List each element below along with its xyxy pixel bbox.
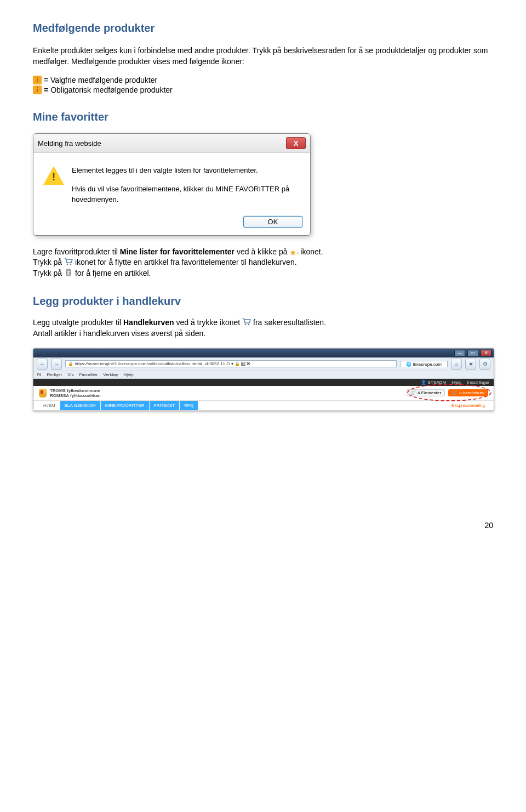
info-icon: i xyxy=(33,76,42,84)
tab-hjem[interactable]: HJEM xyxy=(39,401,60,410)
svg-point-0 xyxy=(67,264,68,265)
address-bar-row: ← → 🔒 https://searchengine3.ibxeurope.co… xyxy=(33,357,494,371)
dialog-message: Elementet legges til i den valgte listen… xyxy=(72,165,300,205)
cart-icon xyxy=(64,257,73,265)
txt: fra søkeresultatlisten. xyxy=(253,318,326,327)
oblig-eq: = xyxy=(44,86,48,94)
globe-icon: 🌐 xyxy=(406,362,411,367)
app-topbar: 👤 SYSADM Hjelp Innstillinger xyxy=(33,379,494,386)
trash-icon xyxy=(64,268,73,276)
intro-paragraph: Enkelte produkter selges kun i forbindel… xyxy=(33,46,493,67)
shield-icon xyxy=(39,389,47,398)
txt: Trykk på xyxy=(33,269,64,277)
org-name-1: TROMS fylkeskommune xyxy=(50,388,101,393)
bold-handlekurven: Handlekurven xyxy=(123,318,174,327)
top-link-hjelp[interactable]: Hjelp xyxy=(451,380,461,385)
txt: Legg utvalgte produkter til xyxy=(33,318,123,327)
url-text: https://searchengine3.ibxeurope.com/call… xyxy=(75,361,225,366)
window-maximize-button[interactable]: ▭ xyxy=(467,350,478,356)
star-plus-icon: ★ xyxy=(289,247,298,254)
txt: Lagre favorittprodukter til xyxy=(33,247,120,256)
svg-point-3 xyxy=(248,324,250,326)
ok-button[interactable]: OK xyxy=(243,216,302,228)
org-block: TROMS fylkeskommune ROMSSA fylkkasuohkan xyxy=(39,388,101,398)
svg-point-1 xyxy=(70,264,72,265)
tab-label: ibxeurope.com xyxy=(413,362,442,367)
bold-mine-lister: Mine lister for favorittelementer xyxy=(120,247,235,256)
txt: ikonet for å flytte en artikkel fra favo… xyxy=(75,258,297,266)
icon-def-obligatorisk: i = Obligatorisk medfølgende produkter xyxy=(33,86,493,94)
tools-button[interactable]: ⚙ xyxy=(479,359,490,370)
window-titlebar: — ▭ ✕ xyxy=(33,349,494,357)
dialog-msg-1: Elementet legges til i den valgte listen… xyxy=(72,165,300,176)
window-close-button[interactable]: ✕ xyxy=(481,350,491,356)
url-field[interactable]: 🔒 https://searchengine3.ibxeurope.com/ca… xyxy=(65,360,397,367)
fav-instructions: Lagre favorittprodukter til Mine lister … xyxy=(33,247,493,279)
browser-tab[interactable]: 🌐 ibxeurope.com xyxy=(400,361,448,367)
lock-icon: 🔒 xyxy=(68,361,73,366)
icon-def-valgfrie: i = Valgfrie medfølgende produkter xyxy=(33,76,493,84)
user-label: SYSADM xyxy=(428,380,447,385)
txt: ved å klikke på xyxy=(237,247,290,256)
cart-icon: 🛒 xyxy=(452,390,458,395)
dialog-body: Elementet legges til i den valgte listen… xyxy=(33,153,310,211)
app-header: TROMS fylkeskommune ROMSSA fylkkasuohkan… xyxy=(33,386,494,400)
org-name-2: ROMSSA fylkkasuohkan xyxy=(50,393,101,398)
tab-bla-gjennom[interactable]: BLA GJENNOM xyxy=(60,401,101,410)
cart-open-button[interactable]: 🛒 n handlekurv xyxy=(448,389,488,396)
home-button[interactable]: ⌂ xyxy=(451,359,462,370)
dialog-msg-2: Hvis du vil vise favorittelementene, kli… xyxy=(72,184,300,205)
menu-favoritter[interactable]: Favoritter xyxy=(79,372,98,377)
cart-icon xyxy=(242,317,251,325)
message-dialog: Melding fra webside X Elementet legges t… xyxy=(33,133,311,236)
tab-fritekst[interactable]: FRITEKST xyxy=(150,401,180,410)
info-icon: i xyxy=(33,86,42,94)
cart-count-label: 4 Elementer xyxy=(418,390,441,395)
ekspressbetaling-link[interactable]: Ekspressbetaling xyxy=(451,403,488,408)
tab-mine-favoritter[interactable]: MINE FAVORITTER xyxy=(101,401,150,410)
txt: Antall artikler i handlekurven vises øve… xyxy=(33,329,205,338)
cart-open-label: n handlekurv xyxy=(459,390,484,395)
page-number: 20 xyxy=(33,521,493,530)
user-badge[interactable]: 👤 SYSADM xyxy=(421,380,447,385)
window-minimize-button[interactable]: — xyxy=(454,350,465,356)
cart-count-chip[interactable]: 🛒 4 Elementer xyxy=(407,389,445,396)
nav-forward-button[interactable]: → xyxy=(51,359,62,370)
menu-rediger[interactable]: Rediger xyxy=(47,372,62,377)
menu-hjelp[interactable]: Hjelp xyxy=(123,372,133,377)
warning-icon xyxy=(43,166,64,185)
app-nav-tabs: HJEM BLA GJENNOM MINE FAVORITTER FRITEKS… xyxy=(33,400,494,411)
cart-area: 🛒 4 Elementer 🛒 n handlekurv xyxy=(407,389,488,396)
legg-instructions: Legg utvalgte produkter til Handlekurven… xyxy=(33,317,493,339)
browser-screenshot: — ▭ ✕ ← → 🔒 https://searchengine3.ibxeur… xyxy=(33,348,494,411)
oblig-text: Obligatorisk medfølgende produkter xyxy=(50,86,173,94)
menu-bar-row: Fil Rediger Vis Favoritter Verktøy Hjelp xyxy=(33,371,494,379)
menu-bar: Fil Rediger Vis Favoritter Verktøy Hjelp xyxy=(37,372,134,377)
dialog-titlebar: Melding fra webside X xyxy=(33,134,310,153)
dialog-close-button[interactable]: X xyxy=(286,137,306,149)
nav-back-button[interactable]: ← xyxy=(37,359,48,370)
tab-rfq[interactable]: RFQ xyxy=(180,401,198,410)
user-icon: 👤 xyxy=(421,380,426,385)
cart-icon: 🛒 xyxy=(410,390,416,395)
dialog-footer: OK xyxy=(33,211,310,235)
txt: Trykk på xyxy=(33,258,64,266)
menu-verktoy[interactable]: Verktøy xyxy=(103,372,118,377)
dialog-title-text: Melding fra webside xyxy=(38,139,101,147)
menu-vis[interactable]: Vis xyxy=(67,372,73,377)
heading-medfolgende: Medfølgende produkter xyxy=(33,22,493,35)
txt: ved å trykke ikonet xyxy=(176,318,242,327)
favorites-button[interactable]: ★ xyxy=(465,359,476,370)
txt: for å fjerne en artikkel. xyxy=(75,269,151,277)
menu-fil[interactable]: Fil xyxy=(37,372,41,377)
heading-mine-favoritter: Mine favoritter xyxy=(33,111,493,123)
valgfrie-text: = Valgfrie medfølgende produkter xyxy=(44,76,157,84)
txt: ikonet. xyxy=(300,247,323,256)
url-tools: O ▾ 🔒 🗟 ✖ xyxy=(226,361,250,366)
svg-point-2 xyxy=(245,324,247,326)
heading-legg-produkter: Legg produkter i handlekurv xyxy=(33,295,493,308)
top-link-innstillinger[interactable]: Innstillinger xyxy=(467,380,489,385)
